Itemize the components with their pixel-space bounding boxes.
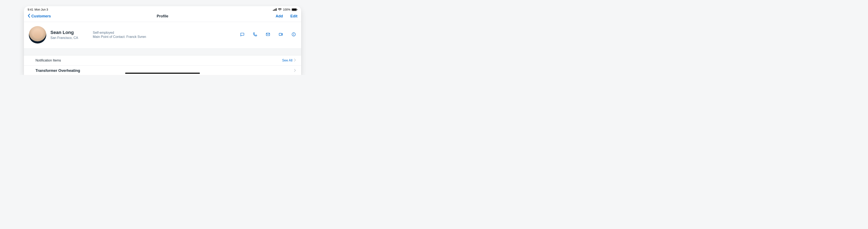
avatar[interactable] [29,26,46,43]
notifications-header-row: Notification Items See All [24,55,301,66]
svg-rect-0 [273,10,274,11]
wifi-icon [278,8,282,11]
status-time: 9:41 [28,8,33,11]
phone-icon [253,32,257,37]
back-label: Customers [31,14,51,18]
svg-rect-1 [274,9,275,11]
info-icon [291,32,296,37]
status-bar: 9:41 Mon Jun 3 100% [24,6,301,12]
profile-header: Sean Long San Francisco, CA Self-employe… [24,22,301,48]
svg-rect-9 [279,33,282,36]
chevron-left-icon [28,14,31,19]
add-button[interactable]: Add [276,14,283,18]
cellular-icon [273,8,277,11]
home-indicator[interactable] [125,73,200,74]
svg-rect-2 [275,9,276,11]
back-button[interactable]: Customers [28,14,51,19]
chevron-right-icon [294,69,296,73]
call-button[interactable] [253,32,257,37]
nav-bar: Customers Profile Add Edit [24,12,301,22]
svg-rect-3 [276,8,277,11]
edit-button[interactable]: Edit [290,14,298,18]
page-title: Profile [157,14,168,18]
video-button[interactable] [278,32,283,37]
email-button[interactable] [266,32,271,37]
profile-location: San Francisco, CA [51,36,84,40]
svg-point-4 [280,10,280,11]
info-button[interactable] [291,32,296,37]
profile-employment: Self-employed [93,31,146,35]
chat-button[interactable] [240,32,245,37]
section-gap [24,48,301,55]
video-icon [279,32,283,37]
battery-percent: 100% [283,8,290,11]
svg-rect-6 [292,9,297,10]
profile-name: Sean Long [51,30,84,35]
profile-contact-line: Main Point of Contact: Franck Svren [93,35,146,39]
svg-rect-7 [297,9,298,10]
quick-actions [240,32,296,37]
notifications-header-label: Notification Items [35,59,61,62]
battery-icon [291,8,298,11]
notification-item-title: Transformer Overheating [35,69,80,73]
mail-icon [266,32,270,37]
status-date: Mon Jun 3 [34,8,48,11]
chat-icon [240,32,245,37]
chevron-right-icon [294,59,296,63]
see-all-button[interactable]: See All [282,59,296,63]
see-all-label: See All [282,59,292,62]
